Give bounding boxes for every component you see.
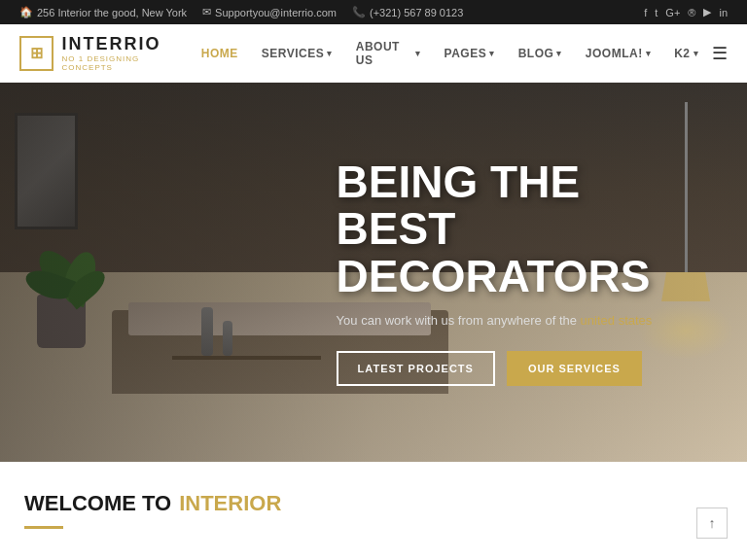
nav-services[interactable]: SERVICES ▾ bbox=[252, 39, 342, 68]
logo-text: INTERRIO NO 1 DESIGNING CONCEPTS bbox=[61, 34, 191, 72]
main-nav: HOME SERVICES ▾ ABOUT US ▾ PAGES ▾ BLOG … bbox=[192, 32, 728, 75]
hamburger-menu[interactable]: ☰ bbox=[712, 43, 728, 64]
k2-dropdown-arrow: ▾ bbox=[694, 49, 699, 58]
nav-home[interactable]: HOME bbox=[192, 39, 248, 68]
welcome-accent: INTERIOR bbox=[179, 491, 281, 516]
twitter-icon[interactable]: t bbox=[655, 7, 658, 18]
hero-subtitle: You can work with us from anywhere of th… bbox=[337, 313, 689, 328]
location-icon: 🏠 bbox=[19, 6, 33, 18]
email-icon: ✉ bbox=[202, 6, 211, 18]
welcome-section: WELCOME TO INTERIOR bbox=[0, 462, 747, 548]
email-item: ✉ Supportyou@interrio.com bbox=[202, 6, 337, 18]
services-dropdown-arrow: ▾ bbox=[327, 49, 333, 58]
logo-name: INTERRIO bbox=[61, 34, 191, 54]
blog-dropdown-arrow: ▾ bbox=[556, 49, 562, 58]
phone-item: 📞 (+321) 567 89 0123 bbox=[352, 6, 463, 18]
nav-blog[interactable]: BLOG ▾ bbox=[509, 39, 572, 68]
welcome-underline bbox=[24, 526, 63, 529]
linkedin-icon[interactable]: in bbox=[719, 7, 728, 18]
hero-buttons: LATEST PROJECTS OUR SERVICES bbox=[337, 351, 689, 386]
nav-pages[interactable]: PAGES ▾ bbox=[435, 39, 505, 68]
logo-tagline: NO 1 DESIGNING CONCEPTS bbox=[61, 54, 191, 72]
nav-about[interactable]: ABOUT US ▾ bbox=[346, 32, 431, 75]
social-links: f t G+ ® ▶ in bbox=[644, 6, 728, 18]
googleplus-icon[interactable]: G+ bbox=[665, 7, 680, 18]
pages-dropdown-arrow: ▾ bbox=[489, 49, 495, 58]
welcome-wrapper: WELCOME TO INTERIOR ↑ bbox=[0, 462, 747, 548]
address-text: 256 Interior the good, New York bbox=[37, 7, 187, 18]
header: ⊞ INTERRIO NO 1 DESIGNING CONCEPTS HOME … bbox=[0, 24, 747, 83]
hero-subtitle-highlight: united states bbox=[581, 313, 653, 328]
address-item: 🏠 256 Interior the good, New York bbox=[19, 6, 187, 18]
email-text: Supportyou@interrio.com bbox=[215, 7, 337, 18]
top-bar-left: 🏠 256 Interior the good, New York ✉ Supp… bbox=[19, 6, 463, 18]
phone-icon: 📞 bbox=[352, 6, 366, 18]
facebook-icon[interactable]: f bbox=[644, 7, 647, 18]
hero-section: BEING THE BEST DECORATORS You can work w… bbox=[0, 83, 747, 462]
scroll-to-top-button[interactable]: ↑ bbox=[696, 508, 728, 539]
latest-projects-button[interactable]: LATEST PROJECTS bbox=[337, 351, 495, 386]
nav-k2[interactable]: K2 ▾ bbox=[664, 39, 708, 68]
our-services-button[interactable]: OUR SERVICES bbox=[507, 351, 642, 386]
youtube-icon[interactable]: ▶ bbox=[703, 6, 711, 18]
joomla-dropdown-arrow: ▾ bbox=[646, 49, 652, 58]
top-bar: 🏠 256 Interior the good, New York ✉ Supp… bbox=[0, 0, 747, 24]
phone-text: (+321) 567 89 0123 bbox=[370, 7, 463, 18]
logo-icon: ⊞ bbox=[19, 36, 53, 71]
welcome-title: WELCOME TO INTERIOR bbox=[24, 491, 723, 516]
about-dropdown-arrow: ▾ bbox=[415, 49, 421, 58]
hero-content: BEING THE BEST DECORATORS You can work w… bbox=[337, 158, 747, 386]
hero-title: BEING THE BEST DECORATORS bbox=[337, 158, 689, 299]
pinterest-icon[interactable]: ® bbox=[688, 7, 695, 18]
logo[interactable]: ⊞ INTERRIO NO 1 DESIGNING CONCEPTS bbox=[19, 34, 192, 72]
nav-joomla[interactable]: JOOMLA! ▾ bbox=[576, 39, 660, 68]
